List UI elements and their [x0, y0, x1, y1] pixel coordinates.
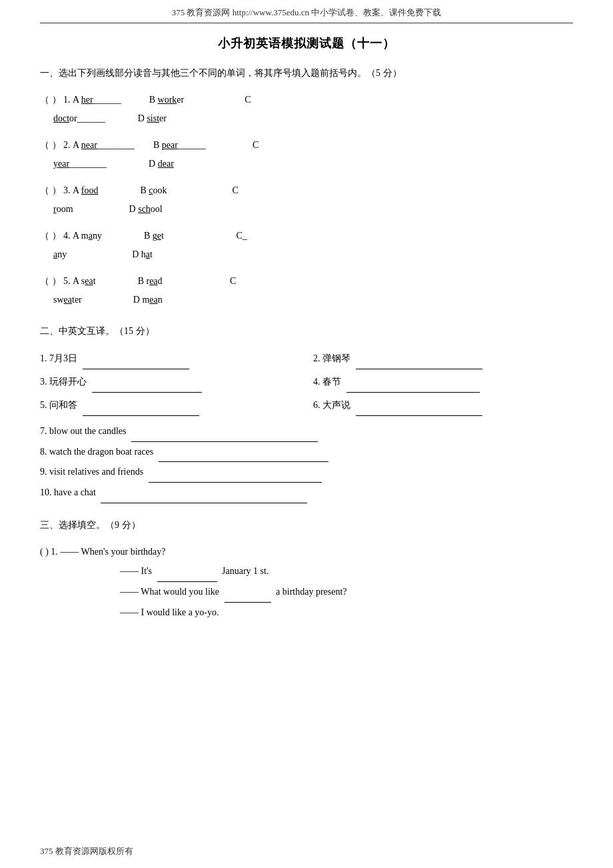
trans-item-4: 4. 春节 [313, 372, 573, 393]
s3q1-line1: —— When's your birthday? [60, 543, 165, 561]
trans-1-blank[interactable] [83, 369, 189, 369]
trans-7-num: 7. blow out the candles [40, 426, 126, 436]
q2-c-word: year________ [53, 155, 149, 173]
section1-title: 一、选出下列画线部分读音与其他三个不同的单词，将其序号填入题前括号内。（5 分） [40, 65, 573, 81]
trans-item-6: 6. 大声说 [313, 395, 573, 416]
question-1-row2: doctor______ D sister [53, 109, 573, 128]
section1: 一、选出下列画线部分读音与其他三个不同的单词，将其序号填入题前括号内。（5 分）… [40, 65, 573, 309]
q1-bracket: （ ） [40, 91, 61, 109]
trans-10-blank[interactable] [101, 503, 307, 503]
trans-item-10: 10. have a chat [40, 483, 573, 503]
trans-item-3: 3. 玩得开心 [40, 372, 300, 393]
q2-a: A near________ [73, 136, 153, 155]
q4-b: B get [144, 227, 236, 245]
q2-num: 2. [61, 136, 73, 155]
section2-title: 二、中英文互译。（15 分） [40, 323, 573, 339]
q3-b: B cook [141, 181, 233, 200]
footer-text: 375 教育资源网版权所有 [40, 846, 133, 856]
dialog-line-2: —— It's January 1 st. [120, 561, 573, 582]
dialog-blank-2[interactable] [225, 602, 271, 603]
trans-6-num: 6. 大声说 [313, 400, 350, 410]
q5-d: D mean [133, 291, 163, 309]
question-1-row1: （ ） 1. A her______ B worker C [40, 91, 573, 109]
question-4-row2: any D hat [53, 245, 573, 264]
q5-bracket: （ ） [40, 272, 61, 291]
trans-5-blank[interactable] [83, 415, 199, 416]
trans-5-num: 5. 问和答 [40, 400, 77, 410]
q1-c-word: doctor______ [53, 109, 138, 128]
q3-c-word: room [53, 200, 129, 219]
q2-d: D dear [149, 155, 174, 173]
q5-b: B read [138, 272, 230, 291]
trans-item-9: 9. visit relatives and friends [40, 462, 573, 483]
section3-q1: ( ) 1. —— When's your birthday? —— It's … [40, 543, 573, 623]
s3q1-bracket: ( ) [40, 543, 51, 561]
section3-q1-header: ( ) 1. —— When's your birthday? [40, 543, 573, 561]
trans-9-num: 9. visit relatives and friends [40, 467, 143, 477]
q4-bracket: （ ） [40, 227, 61, 245]
q1-a: A her______ [73, 91, 149, 109]
q4-c-word: any [53, 245, 132, 264]
trans-1-num: 1. 7月3日 [40, 353, 77, 363]
q1-c: C [245, 91, 251, 109]
trans-6-blank[interactable] [356, 415, 482, 416]
trans-10-num: 10. have a chat [40, 487, 96, 497]
section2: 二、中英文互译。（15 分） 1. 7月3日 2. 弹钢琴 3. 玩得开心 4.… [40, 323, 573, 503]
q3-num: 3. [61, 181, 73, 200]
trans-item-2: 2. 弹钢琴 [313, 349, 573, 369]
question-4: （ ） 4. A many B get C_ any D hat [40, 227, 573, 264]
q3-d: D school [129, 200, 163, 219]
section3: 三、选择填空。（9 分） ( ) 1. —— When's your birth… [40, 517, 573, 623]
trans-item-8: 8. watch the dragon boat races [40, 442, 573, 463]
translation-grid: 1. 7月3日 2. 弹钢琴 3. 玩得开心 4. 春节 5. 问和答 6. 大… [40, 349, 573, 415]
q1-b: B worker [149, 91, 245, 109]
trans-4-blank[interactable] [346, 392, 480, 393]
question-3-row1: （ ） 3. A food B cook C [40, 181, 573, 200]
trans-2-blank[interactable] [356, 369, 482, 369]
q3-bracket: （ ） [40, 181, 61, 200]
q5-a: A seat [73, 272, 138, 291]
question-2: （ ） 2. A near________ B pear______ C yea… [40, 136, 573, 173]
dialog-line-3: —— What would you like a birthday presen… [120, 582, 573, 603]
page-title: 小升初英语模拟测试题（十一） [40, 35, 573, 51]
trans-4-num: 4. 春节 [313, 377, 341, 387]
q4-a: A many [73, 227, 144, 245]
q1-num: 1. [61, 91, 73, 109]
header-text: 375 教育资源网 http://www.375edu.cn 中小学试卷、教案、… [172, 7, 442, 17]
page: 375 教育资源网 http://www.375edu.cn 中小学试卷、教案、… [0, 0, 613, 868]
q5-c-word: sweater [53, 291, 133, 309]
q2-c: C [253, 136, 259, 155]
footer-bar: 375 教育资源网版权所有 [40, 845, 133, 857]
question-3: （ ） 3. A food B cook C room D school [40, 181, 573, 219]
header-bar: 375 教育资源网 http://www.375edu.cn 中小学试卷、教案、… [40, 0, 573, 23]
question-2-row2: year________ D dear [53, 155, 573, 173]
q2-bracket: （ ） [40, 136, 61, 155]
trans-2-num: 2. 弹钢琴 [313, 353, 350, 363]
q4-d: D hat [132, 245, 153, 264]
q2-b: B pear______ [153, 136, 253, 155]
q5-c: C [230, 272, 236, 291]
trans-item-5: 5. 问和答 [40, 395, 300, 416]
q4-c: C_ [236, 227, 247, 245]
q1-d: D sister [138, 109, 167, 128]
q5-num: 5. [61, 272, 73, 291]
trans-8-num: 8. watch the dragon boat races [40, 447, 153, 457]
s3q1-num: 1. [51, 543, 60, 561]
trans-3-num: 3. 玩得开心 [40, 377, 87, 387]
section3-title: 三、选择填空。（9 分） [40, 517, 573, 533]
question-5: （ ） 5. A seat B read C sweater D mean [40, 272, 573, 309]
q3-a: A food [73, 181, 141, 200]
question-1: （ ） 1. A her______ B worker C doctor____… [40, 91, 573, 128]
question-2-row1: （ ） 2. A near________ B pear______ C [40, 136, 573, 155]
dialog-line-4: —— I would like a yo-yo. [120, 603, 573, 623]
q4-num: 4. [61, 227, 73, 245]
trans-item-7: 7. blow out the candles [40, 421, 573, 442]
question-5-row1: （ ） 5. A seat B read C [40, 272, 573, 291]
question-3-row2: room D school [53, 200, 573, 219]
question-4-row1: （ ） 4. A many B get C_ [40, 227, 573, 245]
trans-item-1: 1. 7月3日 [40, 349, 300, 369]
trans-3-blank[interactable] [92, 392, 202, 393]
question-5-row2: sweater D mean [53, 291, 573, 309]
q3-c: C [233, 181, 239, 200]
dialog-block: —— It's January 1 st. —— What would you … [120, 561, 573, 623]
